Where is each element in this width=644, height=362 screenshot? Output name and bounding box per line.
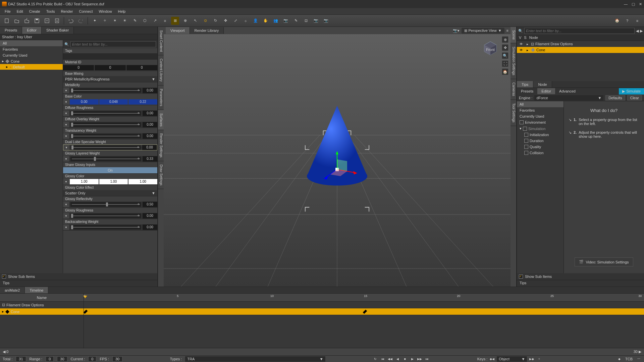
sim-presets-tab[interactable]: Presets — [517, 88, 537, 94]
menu-window[interactable]: Window — [96, 9, 114, 14]
menu-edit[interactable]: Edit — [14, 9, 26, 14]
sim-duration[interactable]: Duration — [517, 138, 564, 144]
tool-22-icon[interactable]: ⊡ — [302, 17, 310, 25]
sim-all[interactable]: All — [517, 101, 564, 107]
move-icon[interactable]: ✥ — [221, 17, 229, 25]
curve-icon[interactable]: 〰 — [636, 356, 641, 362]
new-file-icon[interactable] — [3, 17, 11, 25]
sim-favorites[interactable]: Favorites — [517, 107, 564, 113]
right-tips-tab[interactable]: Tips — [517, 81, 533, 87]
tool-9-icon[interactable]: ⊞ — [171, 17, 179, 25]
goto-start-icon[interactable]: ⏮ — [380, 356, 385, 362]
prev-frame-icon[interactable]: ◀◀ — [387, 356, 393, 362]
menu-tools[interactable]: Tools — [44, 9, 58, 14]
vtab-content-library[interactable]: Content Library — [158, 55, 164, 85]
pointer-icon[interactable]: ↖ — [191, 17, 199, 25]
redo-icon[interactable] — [77, 17, 85, 25]
camera-2-icon[interactable]: 📷 — [312, 17, 320, 25]
vtab-render-settings[interactable]: Render Settings — [158, 130, 164, 161]
metallicity-slider[interactable] — [70, 88, 141, 93]
vtab-cameras[interactable]: Cameras — [511, 79, 516, 100]
camera-1-icon[interactable]: 📷 — [282, 17, 290, 25]
tool-6-icon[interactable]: ⬡ — [141, 17, 149, 25]
viewport-tab[interactable]: Viewport — [166, 27, 190, 34]
add-key-icon[interactable]: + — [536, 356, 542, 362]
save-icon[interactable] — [33, 17, 41, 25]
vtab-scene[interactable]: Scene — [511, 27, 516, 43]
nav-back-icon[interactable]: ◀ — [636, 29, 639, 33]
defaults-button[interactable]: Defaults — [605, 95, 625, 101]
menu-file[interactable]: File — [2, 9, 13, 14]
menu-create[interactable]: Create — [26, 9, 43, 14]
sim-advanced-tab[interactable]: Advanced — [555, 88, 580, 94]
viewport-menu-icon[interactable]: ≡ — [506, 28, 508, 33]
filter-all[interactable]: All — [0, 40, 63, 46]
tcb-icon[interactable]: ◆ — [616, 356, 622, 362]
tree-default[interactable]: ▸●Default — [0, 64, 63, 70]
scene-search-input[interactable] — [524, 28, 635, 34]
next-frame-icon[interactable]: ▶▶ — [417, 356, 422, 362]
timeline-tab[interactable]: Timeline — [25, 287, 48, 293]
minimize-button[interactable]: — — [624, 2, 628, 6]
tab-shader-baker[interactable]: Shader Baker — [42, 27, 74, 34]
timeline-track-area[interactable]: 0 5 10 15 20 25 30 — [84, 294, 644, 348]
play-back-icon[interactable]: ◀ — [395, 356, 400, 362]
maximize-button[interactable]: ▢ — [632, 2, 635, 6]
animate-tab[interactable]: aniMate2 — [0, 287, 25, 293]
tool-16-icon[interactable]: ⟐ — [241, 17, 250, 25]
eye-icon[interactable]: 👁 — [519, 42, 524, 46]
goto-end-icon[interactable]: ⏭ — [424, 356, 430, 362]
right-node-tab[interactable]: Node — [533, 81, 552, 87]
tool-4-icon[interactable]: ☀ — [121, 17, 129, 25]
perspective-view-select[interactable]: ⊞Perspective View▼ — [462, 28, 504, 34]
vtab-smart-content[interactable]: Smart Content — [158, 27, 164, 55]
video-link[interactable]: 🎬Video: Simulation Settings — [575, 257, 633, 266]
sim-editor-tab[interactable]: Editor — [537, 88, 555, 94]
tips-bar-right[interactable]: Tips — [517, 280, 644, 287]
stop-icon[interactable]: ■ — [402, 356, 408, 362]
reset-icon[interactable]: 🏠 — [502, 68, 508, 75]
pan-icon[interactable]: ✥ — [502, 44, 508, 51]
tool-3-icon[interactable]: ✶ — [111, 17, 119, 25]
open-file-icon[interactable] — [13, 17, 21, 25]
scene-filament-row[interactable]: 👁▸⊡Filament Draw Options — [517, 41, 644, 47]
close-button[interactable]: ✕ — [639, 2, 642, 6]
clear-button[interactable]: Clear — [627, 95, 642, 101]
vtab-draw-settings[interactable]: Draw Settings — [158, 161, 164, 189]
menu-connect[interactable]: Connect — [76, 9, 96, 14]
menu-icon[interactable]: ≡ — [633, 17, 641, 25]
play-icon[interactable]: ▶ — [410, 356, 415, 362]
base-mixing-select[interactable]: PBR Metallicity/Roughness▼ — [63, 76, 157, 82]
vtab-parameters[interactable]: Parameters — [158, 85, 164, 110]
undo-icon[interactable] — [67, 17, 75, 25]
tool-21-icon[interactable]: ✎ — [292, 17, 300, 25]
cone-object[interactable] — [300, 102, 374, 196]
keys-select[interactable]: Object▼ — [497, 356, 527, 362]
nav-fwd-icon[interactable]: ▶ — [640, 29, 643, 33]
tl-filament-row[interactable]: ⊡Filament Draw Options — [0, 302, 84, 308]
tool-13-icon[interactable]: ↻ — [211, 17, 219, 25]
tl-cone-row[interactable]: ▸Cone — [0, 308, 84, 315]
engine-select[interactable]: dForce▼ — [534, 95, 603, 101]
tool-17-icon[interactable]: 👤 — [252, 17, 260, 25]
sim-collision[interactable]: Collision — [517, 150, 564, 156]
tab-editor[interactable]: Editor — [22, 27, 42, 34]
viewport[interactable]: Viewport Render Library 📷▾ ⊞Perspective … — [164, 27, 511, 287]
menu-render[interactable]: Render — [58, 9, 75, 14]
share-glossy-toggle[interactable]: On — [63, 167, 157, 173]
frame-icon[interactable]: ⛶ — [502, 60, 508, 67]
tool-18-icon[interactable]: ✋ — [262, 17, 270, 25]
camera-3-icon[interactable]: 📷 — [322, 17, 330, 25]
zoom-icon[interactable]: 🔍 — [502, 52, 508, 59]
eye-icon[interactable]: 👁 — [519, 48, 524, 52]
sim-simulation[interactable]: ▾Simulation — [517, 125, 564, 132]
sim-environment[interactable]: Environment — [517, 119, 564, 125]
simulate-button[interactable]: ▶Simulate — [619, 88, 644, 95]
export-icon[interactable] — [53, 17, 61, 25]
vtab-simulation-settings[interactable]: Simulation Settings — [511, 43, 516, 79]
scene-cone-row[interactable]: 👁▸Cone — [517, 47, 644, 53]
view-cube[interactable]: Front — [480, 37, 500, 57]
import-icon[interactable] — [23, 17, 31, 25]
filter-favorites[interactable]: Favorites — [0, 46, 63, 52]
render-library-tab[interactable]: Render Library — [190, 27, 224, 34]
